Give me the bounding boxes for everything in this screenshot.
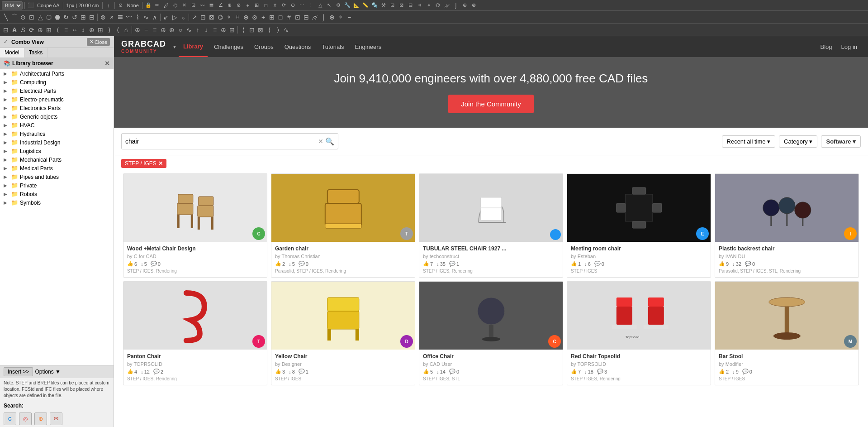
card-item[interactable]: E Meeting room chair by Esteban 👍 1 ↓ 6 … — [567, 173, 711, 278]
filter-tag-remove-icon[interactable]: ✕ — [158, 160, 163, 167]
toolbar-tools9-icon[interactable]: ⊟ — [407, 1, 415, 10]
toolbar-tools4-icon[interactable]: 📏 — [361, 1, 370, 10]
nav-library-link[interactable]: Library — [179, 36, 208, 57]
tb2-icon-1[interactable]: ╲ — [2, 13, 10, 21]
tb2-icon-37[interactable]: ⌡ — [319, 13, 327, 21]
search-clear-icon[interactable]: ✕ — [318, 138, 323, 145]
search-3d-button[interactable]: ⊕ — [34, 413, 47, 425]
tb3-icon-24[interactable]: ↓ — [202, 26, 210, 34]
toolbar-tools13-icon[interactable]: ⌭ — [443, 1, 451, 10]
card-item[interactable]: M Bar Stool by Modifier 👍 2 ↓ 9 💬 — [715, 281, 859, 385]
tb2-icon-23[interactable]: ⊡ — [199, 13, 207, 21]
toolbar-arrow-icon[interactable]: ↑ — [104, 1, 113, 10]
toolbar-tools11-icon[interactable]: ⌖ — [425, 1, 433, 10]
tb2-icon-14[interactable]: 〓 — [116, 13, 124, 21]
tb3-icon-20[interactable]: ⊕ — [168, 26, 176, 34]
toolbar-none-label[interactable]: None — [126, 2, 140, 9]
toolbar-hash-icon[interactable]: # — [271, 1, 279, 10]
tb3-icon-14[interactable]: ⟨ — [114, 26, 122, 34]
toolbar-dash-icon[interactable]: ⊡ — [190, 1, 198, 10]
tb3-icon-1[interactable]: ⊟ — [2, 26, 10, 34]
tb3-icon-12[interactable]: ⊞ — [96, 26, 104, 34]
tb3-icon-2[interactable]: A — [10, 26, 19, 34]
join-community-button[interactable]: Join the Community — [448, 95, 534, 113]
card-item[interactable]: I Plastic backrest chair by IVAN DU 👍 9 … — [715, 173, 859, 278]
toolbar-icon-model[interactable]: ⬛ — [27, 1, 35, 10]
tb3-icon-27[interactable]: ⊞ — [228, 26, 236, 34]
library-close-icon[interactable]: ✕ — [104, 60, 110, 67]
tb3-icon-5[interactable]: ⊕ — [36, 26, 44, 34]
tb2-icon-32[interactable]: □ — [276, 13, 285, 21]
toolbar-tools8-icon[interactable]: ⊠ — [398, 1, 406, 10]
tree-item[interactable]: ▶ 📁 Pipes and tubes — [0, 173, 114, 181]
card-item[interactable]: T Panton Chair by TOPRSOLID 👍 4 ↓ 12 💬 — [123, 281, 267, 385]
tb3-icon-28[interactable]: ⟩ — [239, 26, 247, 34]
search-input[interactable] — [125, 138, 318, 145]
toolbar-wave-icon[interactable]: 〰 — [199, 1, 207, 10]
tb3-icon-11[interactable]: ⊕ — [88, 26, 96, 34]
tree-item[interactable]: ▶ 📁 Computing — [0, 78, 114, 86]
tb2-icon-26[interactable]: ⌖ — [225, 13, 233, 21]
tb2-icon-35[interactable]: ⊟ — [302, 13, 310, 21]
tree-item[interactable]: ▶ 📁 Generic objects — [0, 112, 114, 121]
tree-item[interactable]: ▶ 📁 Medical Parts — [0, 164, 114, 173]
tree-item[interactable]: ▶ 📁 HVAC — [0, 121, 114, 130]
toolbar-tools12-icon[interactable]: ⌬ — [434, 1, 442, 10]
tb3-icon-3[interactable]: S — [19, 26, 27, 34]
tree-item[interactable]: ▶ 📁 Robots — [0, 190, 114, 198]
toolbar-sq-icon[interactable]: □ — [262, 1, 270, 10]
tb2-icon-12[interactable]: ⊗ — [99, 13, 107, 21]
tb3-icon-15[interactable]: ⌂ — [122, 26, 130, 34]
card-item[interactable]: D Yellow Chair by Designer 👍 3 ↓ 8 💬 — [271, 281, 415, 385]
tb2-icon-6[interactable]: ⬡ — [45, 13, 53, 21]
tree-item[interactable]: ▶ 📁 Electrical Parts — [0, 86, 114, 95]
tb2-icon-16[interactable]: ⌇ — [133, 13, 142, 21]
toolbar-coupe-label[interactable]: Coupe AA — [36, 2, 61, 9]
tb3-icon-32[interactable]: ⟩ — [274, 26, 282, 34]
toolbar-tools3-icon[interactable]: 📐 — [352, 1, 360, 10]
filter-category-button[interactable]: Category ▾ — [779, 135, 817, 148]
toolbar-angle-icon[interactable]: ∠ — [217, 1, 225, 10]
tb3-icon-7[interactable]: ⟨ — [53, 26, 62, 34]
toolbar-cursor-icon[interactable]: ↖ — [325, 1, 333, 10]
tb3-icon-21[interactable]: ○ — [176, 26, 185, 34]
card-item[interactable]: C Office Chair by CAD User 👍 5 ↓ 14 💬 — [419, 281, 563, 385]
tb2-icon-25[interactable]: ⌬ — [216, 13, 224, 21]
tb2-icon-40[interactable]: − — [345, 13, 353, 21]
tb3-icon-6[interactable]: ⊞ — [45, 26, 53, 34]
tree-item[interactable]: ▶ 📁 Hydraulics — [0, 130, 114, 138]
tree-item[interactable]: ▶ 📁 Electronics Parts — [0, 104, 114, 112]
tb3-icon-9[interactable]: ↔ — [71, 26, 79, 34]
tree-item[interactable]: ▶ 📁 Symbols — [0, 198, 114, 207]
logo-dropdown-icon[interactable]: ▼ — [172, 44, 177, 49]
tb3-icon-26[interactable]: ⊕ — [219, 26, 228, 34]
tb2-icon-19[interactable]: ↙ — [162, 13, 170, 21]
tb3-icon-17[interactable]: − — [142, 26, 150, 34]
toolbar-scale-label[interactable]: 1px | 20.00 cm — [65, 2, 100, 9]
tb2-icon-11[interactable]: ⊟ — [88, 13, 96, 21]
toolbar-snap2-icon[interactable]: ⊗ — [235, 1, 243, 10]
tb2-icon-8[interactable]: ↻ — [62, 13, 70, 21]
tree-item[interactable]: ▶ 📁 Industrial Design — [0, 138, 114, 147]
bim-dropdown[interactable]: BIM — [2, 1, 23, 10]
filter-software-button[interactable]: Software ▾ — [821, 135, 861, 148]
toolbar-tools10-icon[interactable]: ⌗ — [416, 1, 424, 10]
nav-groups-link[interactable]: Groups — [250, 36, 278, 57]
toolbar-3d-icon[interactable]: ⊙ — [289, 1, 297, 10]
tb2-icon-30[interactable]: + — [259, 13, 267, 21]
tb2-icon-21[interactable]: ⬦ — [179, 13, 187, 21]
toolbar-tri-icon[interactable]: △ — [316, 1, 324, 10]
tree-item[interactable]: ▶ 📁 Mechanical Parts — [0, 155, 114, 164]
tb3-icon-23[interactable]: ↑ — [194, 26, 202, 34]
insert-button[interactable]: Insert >> — [4, 367, 33, 376]
tb2-icon-18[interactable]: ∧ — [151, 13, 159, 21]
tb2-icon-9[interactable]: ↺ — [71, 13, 79, 21]
filter-time-button[interactable]: Recent all time ▾ — [722, 135, 776, 148]
toolbar-circle-icon[interactable]: ◎ — [171, 1, 180, 10]
toolbar-lock-icon[interactable]: 🔒 — [144, 1, 152, 10]
tb2-icon-22[interactable]: ↗ — [190, 13, 199, 21]
tb3-icon-8[interactable]: ≡ — [62, 26, 70, 34]
search-grabcad-button[interactable]: G — [4, 413, 16, 425]
tb2-icon-4[interactable]: ⊡ — [28, 13, 36, 21]
tb2-icon-13[interactable]: × — [108, 13, 116, 21]
